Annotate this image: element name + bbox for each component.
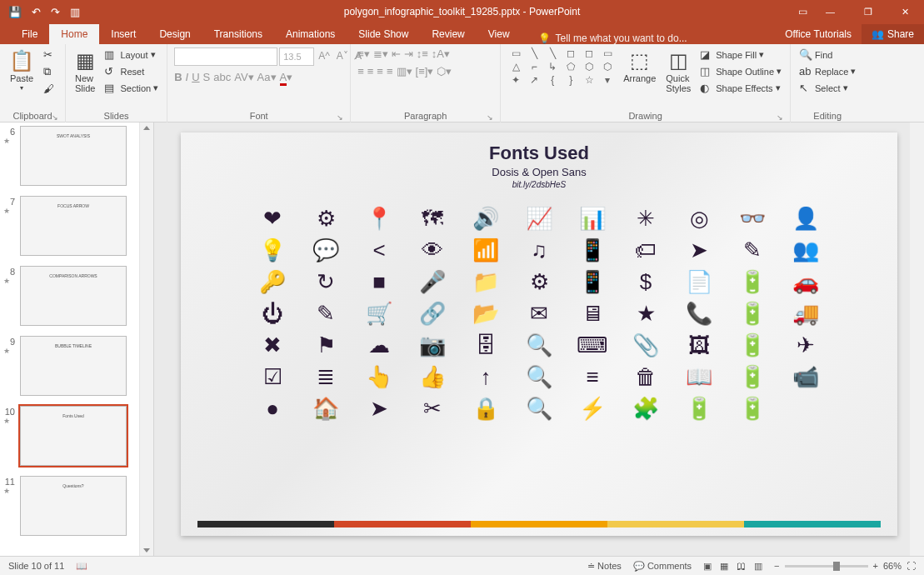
slide-icon-26[interactable]: 📁 bbox=[469, 271, 502, 292]
thumbnail-scrollbar[interactable] bbox=[139, 122, 153, 556]
thumbnail-9[interactable]: 9★BUBBLE TIMELINE bbox=[3, 336, 147, 396]
zoom-out-icon[interactable]: − bbox=[774, 561, 779, 571]
slide-scrollbar[interactable] bbox=[910, 122, 924, 556]
quick-styles-button[interactable]: ◫Quick Styles bbox=[663, 48, 693, 95]
slide-icon-62[interactable]: 🗑 bbox=[629, 366, 662, 388]
slide-icon-70[interactable]: 🔒 bbox=[469, 398, 502, 419]
slide-icon-38[interactable]: ✉ bbox=[522, 302, 556, 324]
slide-icon-10[interactable]: 👤 bbox=[789, 208, 822, 229]
close-button[interactable]: ✕ bbox=[887, 0, 924, 23]
start-slideshow-icon[interactable]: ▥ bbox=[70, 6, 80, 18]
slide-icon-4[interactable]: 🔊 bbox=[469, 208, 502, 229]
slide-icon-75[interactable]: 🔋 bbox=[736, 398, 769, 419]
slide-icon-53[interactable]: 🔋 bbox=[736, 334, 769, 356]
normal-view-icon[interactable]: ▣ bbox=[703, 561, 712, 572]
slide-icon-74[interactable]: 🔋 bbox=[682, 398, 716, 419]
slide-icon-41[interactable]: 📞 bbox=[682, 302, 716, 324]
slide-icon-19[interactable]: ➤ bbox=[682, 239, 716, 261]
spellcheck-icon[interactable]: 📖 bbox=[76, 561, 87, 572]
align-text-icon[interactable]: [≡]▾ bbox=[416, 65, 434, 78]
slide-icon-0[interactable]: ❤ bbox=[256, 208, 289, 229]
shapes-gallery[interactable]: ▭╲╲◻◻▭ △⌐↳⬠⬡⬡ ✦↗{}☆▾ bbox=[507, 48, 616, 86]
slide-icon-43[interactable]: 🚚 bbox=[789, 302, 822, 324]
slide-icon-34[interactable]: ✎ bbox=[309, 302, 342, 324]
numbering-icon[interactable]: ≣▾ bbox=[373, 48, 388, 60]
zoom-level[interactable]: 66% bbox=[883, 561, 902, 571]
indent-inc-icon[interactable]: ⇥ bbox=[404, 48, 413, 60]
italic-icon[interactable]: I bbox=[186, 71, 189, 83]
thumbnail-7[interactable]: 7★FOCUS ARROW bbox=[3, 196, 147, 256]
slide-icon-50[interactable]: ⌨ bbox=[576, 334, 609, 356]
copy-button[interactable]: ⧉ bbox=[42, 64, 58, 79]
align-right-icon[interactable]: ≡ bbox=[377, 65, 383, 78]
slide-icon-16[interactable]: ♫ bbox=[522, 239, 556, 261]
slide-icon-30[interactable]: 📄 bbox=[682, 271, 716, 292]
slide-icon-60[interactable]: 🔍 bbox=[522, 366, 556, 388]
launcher-icon[interactable]: ↘ bbox=[487, 113, 493, 122]
slide-icon-11[interactable]: 💡 bbox=[256, 239, 289, 261]
new-slide-button[interactable]: ▦New Slide bbox=[72, 48, 97, 95]
launcher-icon[interactable]: ↘ bbox=[52, 113, 58, 122]
save-icon[interactable]: 💾 bbox=[8, 6, 22, 18]
zoom-slider[interactable] bbox=[785, 565, 868, 568]
slide-icon-13[interactable]: < bbox=[362, 239, 396, 261]
tab-insert[interactable]: Insert bbox=[99, 24, 147, 44]
slide-icon-52[interactable]: 🖼 bbox=[682, 334, 716, 356]
arrange-button[interactable]: ⬚Arrange bbox=[621, 48, 658, 85]
slide-icon-1[interactable]: ⚙ bbox=[309, 208, 342, 229]
restore-button[interactable]: ❐ bbox=[849, 0, 887, 23]
slide-icon-73[interactable]: 🧩 bbox=[629, 398, 662, 419]
icon-grid[interactable]: ❤⚙📍🗺🔊📈📊✳◎👓👤💡💬<👁📶♫📱🏷➤✎👥🔑↻■🎤📁⚙📱$📄🔋🚗⏻✎🛒🔗📂✉🖥… bbox=[181, 189, 897, 419]
slide-icon-14[interactable]: 👁 bbox=[416, 239, 449, 261]
bold-icon[interactable]: B bbox=[174, 71, 182, 83]
columns-icon[interactable]: ▥▾ bbox=[397, 65, 412, 78]
slide-icon-65[interactable]: 📹 bbox=[789, 366, 822, 388]
text-direction-icon[interactable]: ↕A▾ bbox=[432, 48, 450, 60]
slide-icon-32[interactable]: 🚗 bbox=[789, 271, 822, 292]
thumbnail-6[interactable]: 6★SWOT ANALYSIS bbox=[3, 126, 147, 186]
slide-icon-58[interactable]: 👍 bbox=[416, 366, 449, 388]
slide-icon-6[interactable]: 📊 bbox=[576, 208, 609, 229]
font-size-combo[interactable]: 13.5 bbox=[279, 48, 314, 66]
fit-window-icon[interactable]: ⛶ bbox=[907, 561, 916, 571]
layout-button[interactable]: ▥Layout ▾ bbox=[102, 48, 160, 62]
tab-review[interactable]: Review bbox=[420, 24, 476, 44]
office-tutorials-link[interactable]: Office Tutorials bbox=[775, 24, 862, 44]
slide-icon-24[interactable]: ■ bbox=[362, 271, 396, 292]
replace-button[interactable]: abReplace ▾ bbox=[797, 64, 857, 78]
shadow-icon[interactable]: abc bbox=[213, 71, 231, 83]
reset-button[interactable]: ↺Reset bbox=[102, 64, 160, 78]
slide-icon-39[interactable]: 🖥 bbox=[576, 302, 609, 324]
slide-icon-7[interactable]: ✳ bbox=[629, 208, 662, 229]
thumbnail-10[interactable]: 10★Fonts Used bbox=[3, 406, 147, 466]
slide-icon-54[interactable]: ✈ bbox=[789, 334, 822, 356]
underline-icon[interactable]: U bbox=[192, 71, 199, 83]
slide-icon-51[interactable]: 📎 bbox=[629, 334, 662, 356]
slide-icon-9[interactable]: 👓 bbox=[736, 208, 769, 229]
slide-icon-49[interactable]: 🔍 bbox=[522, 334, 556, 356]
slide-icon-31[interactable]: 🔋 bbox=[736, 271, 769, 292]
slide-icon-27[interactable]: ⚙ bbox=[522, 271, 556, 292]
slide-icon-17[interactable]: 📱 bbox=[576, 239, 609, 261]
slide-icon-20[interactable]: ✎ bbox=[736, 239, 769, 261]
slide-canvas[interactable]: Fonts Used Dosis & Open Sans bit.ly/2dsb… bbox=[181, 132, 897, 536]
tab-view[interactable]: View bbox=[477, 24, 522, 44]
slide-icon-48[interactable]: 🗄 bbox=[469, 334, 502, 356]
slide-icon-37[interactable]: 📂 bbox=[469, 302, 502, 324]
launcher-icon[interactable]: ↘ bbox=[337, 113, 343, 122]
slide-icon-61[interactable]: ≡ bbox=[576, 366, 609, 388]
sorter-view-icon[interactable]: ▦ bbox=[720, 561, 728, 572]
indent-dec-icon[interactable]: ⇤ bbox=[392, 48, 401, 60]
slide-title-block[interactable]: Fonts Used Dosis & Open Sans bit.ly/2dsb… bbox=[181, 132, 897, 189]
slide-icon-28[interactable]: 📱 bbox=[576, 271, 609, 292]
tell-me-search[interactable]: 💡 Tell me what you want to do... bbox=[522, 32, 687, 44]
launcher-icon[interactable]: ↘ bbox=[777, 113, 783, 122]
reading-view-icon[interactable]: 🕮 bbox=[737, 561, 746, 572]
select-button[interactable]: ↖Select ▾ bbox=[797, 81, 857, 95]
slide-icon-44[interactable]: ✖ bbox=[256, 334, 289, 356]
slide-icon-5[interactable]: 📈 bbox=[522, 208, 556, 229]
tab-design[interactable]: Design bbox=[147, 24, 202, 44]
tab-animations[interactable]: Animations bbox=[274, 24, 347, 44]
slide-icon-2[interactable]: 📍 bbox=[362, 208, 396, 229]
slide-icon-21[interactable]: 👥 bbox=[789, 239, 822, 261]
